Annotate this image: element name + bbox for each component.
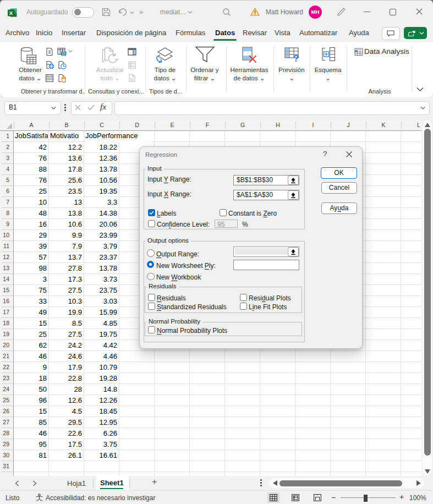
- svg-text:X: X: [9, 10, 13, 16]
- svg-text:?: ?: [293, 53, 299, 62]
